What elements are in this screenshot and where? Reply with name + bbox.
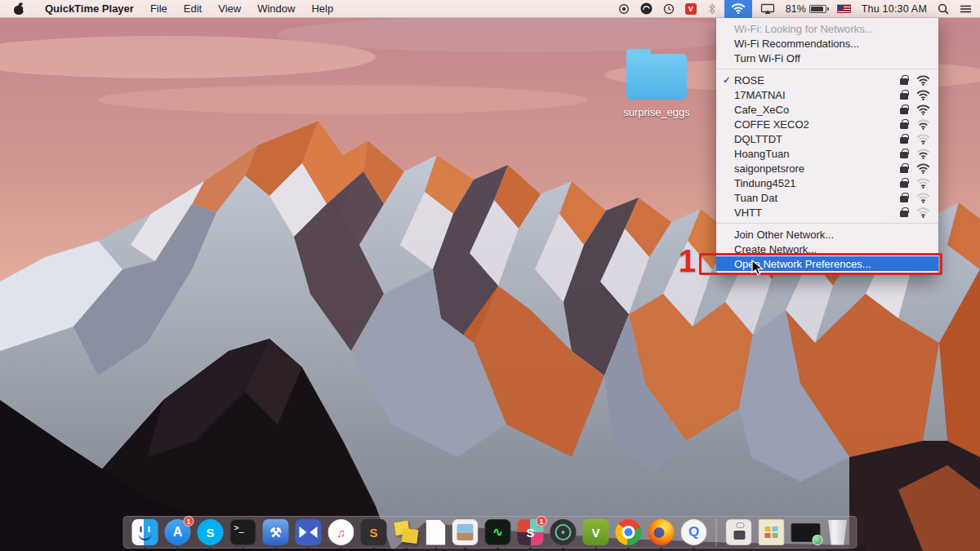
- record-icon[interactable]: [618, 3, 630, 15]
- network-name: DQLTTDT: [734, 133, 893, 145]
- wifi-network-hoangtuan[interactable]: HoangTuan: [716, 146, 938, 161]
- network-name: Cafe_XeCo: [734, 104, 893, 116]
- lock-icon: [900, 137, 908, 144]
- v-app-icon: V: [583, 519, 609, 545]
- mouse-cursor: [751, 260, 766, 280]
- wifi-icon[interactable]: [724, 0, 752, 18]
- menu-view[interactable]: View: [210, 2, 249, 15]
- menu-bar: QuickTime Player FileEditViewWindowHelp …: [0, 0, 980, 18]
- xcode-icon: ⚒: [263, 519, 289, 545]
- dock-skype[interactable]: S: [198, 519, 224, 545]
- lock-icon: [900, 181, 908, 188]
- network-name: VHTT: [734, 207, 893, 219]
- menu-bar-clock[interactable]: Thu 10:30 AM: [862, 3, 927, 15]
- dock-app-store[interactable]: A1: [165, 519, 191, 545]
- dock: A1S>_⚒♫S∿S1VQ: [123, 516, 858, 549]
- wifi-network-coffe-xeco2[interactable]: COFFE XECO2: [716, 117, 938, 131]
- running-indicator: [274, 548, 277, 550]
- checkmark-icon: ✓: [723, 74, 734, 86]
- dock-separator: [716, 518, 717, 546]
- wifi-menu-item-join-other[interactable]: Join Other Network...: [716, 227, 938, 242]
- running-indicator: [693, 548, 695, 550]
- network-name: ROSE: [734, 74, 893, 87]
- v-shield-icon[interactable]: V: [685, 3, 697, 15]
- wifi-signal-icon: [916, 149, 930, 159]
- us-flag-icon[interactable]: [837, 4, 851, 13]
- dock-activity-monitor[interactable]: ∿: [485, 519, 511, 545]
- dock-firefox[interactable]: [648, 519, 675, 545]
- wifi-network-cafe_xeco[interactable]: Cafe_XeCo: [716, 102, 938, 117]
- battery-icon: [809, 5, 826, 13]
- dock-visual-studio[interactable]: [296, 519, 322, 545]
- network-name: Tindung4521: [734, 177, 893, 189]
- battery-indicator[interactable]: 81%: [786, 3, 826, 15]
- wifi-network-vhtt[interactable]: VHTT: [716, 205, 938, 220]
- running-indicator: [372, 548, 375, 550]
- dock-archive-utility[interactable]: [726, 519, 752, 545]
- dock-text-document[interactable]: [426, 520, 446, 545]
- wifi-network-dqlttdt[interactable]: DQLTTDT: [716, 131, 938, 146]
- dock-chrome[interactable]: [616, 519, 642, 545]
- menu-edit[interactable]: Edit: [176, 2, 210, 15]
- running-indicator: [340, 548, 342, 550]
- creative-cloud-icon[interactable]: [640, 2, 653, 15]
- dock-quicktime-player[interactable]: Q: [681, 519, 707, 545]
- lock-icon: [900, 196, 908, 202]
- finder-icon: [132, 519, 158, 545]
- dock-terminal[interactable]: >_: [230, 519, 256, 545]
- atom-app-icon: [550, 519, 577, 545]
- wifi-menu-item-create-network[interactable]: Create Network...: [716, 242, 938, 256]
- spotlight-icon[interactable]: [938, 3, 949, 15]
- notification-center-icon[interactable]: [960, 4, 972, 14]
- network-name: COFFE XECO2: [734, 118, 893, 131]
- wifi-menu-item-turn-off[interactable]: Turn Wi-Fi Off: [716, 51, 938, 65]
- wifi-signal-icon: [916, 207, 930, 218]
- dock-minimized-window[interactable]: [791, 523, 821, 542]
- lock-icon: [900, 152, 908, 158]
- bluetooth-icon[interactable]: [707, 3, 716, 15]
- menu-help[interactable]: Help: [303, 2, 341, 15]
- menu-file[interactable]: File: [142, 2, 176, 15]
- wifi-network-saigonpetsrore[interactable]: saigonpetsrore: [716, 161, 938, 176]
- wifi-network-rose[interactable]: ✓ROSE: [716, 73, 938, 87]
- dock-atom-app[interactable]: [550, 519, 577, 545]
- tutorial-step-number: 1: [679, 244, 696, 279]
- skype-icon: S: [198, 519, 224, 545]
- wifi-menu-item-recommendations[interactable]: Wi-Fi Recommendations...: [716, 36, 938, 51]
- dock-itunes[interactable]: ♫: [328, 519, 354, 545]
- quicktime-player-icon: Q: [681, 519, 707, 545]
- wifi-signal-icon: [916, 119, 930, 130]
- dock-preview[interactable]: [452, 519, 479, 545]
- dock-finder[interactable]: [132, 519, 158, 545]
- dock-v-app[interactable]: V: [583, 519, 609, 545]
- menu-window[interactable]: Window: [249, 2, 303, 15]
- running-indicator: [405, 548, 408, 550]
- airplay-icon[interactable]: [760, 3, 775, 15]
- network-name: saigonpetsrore: [734, 162, 893, 175]
- preview-icon: [452, 519, 479, 545]
- wifi-network-17matnai[interactable]: 17MATNAI: [716, 87, 938, 102]
- wifi-network-tindung4521[interactable]: Tindung4521: [716, 176, 938, 190]
- running-indicator: [209, 548, 212, 550]
- archive-utility-icon: [726, 519, 752, 545]
- dock-documents-folder[interactable]: [759, 519, 785, 545]
- lock-icon: [900, 78, 908, 85]
- dock-xcode[interactable]: ⚒: [263, 519, 289, 545]
- running-indicator: [144, 548, 146, 550]
- time-machine-icon[interactable]: [663, 3, 675, 15]
- wifi-menu-item-open-prefs[interactable]: Open Network Preferences...: [716, 256, 938, 271]
- active-app-name[interactable]: QuickTime Player: [37, 2, 142, 15]
- apple-menu-icon[interactable]: [13, 2, 25, 16]
- desktop-folder-surprise-eggs[interactable]: surprise_eggs: [622, 47, 691, 118]
- running-indicator: [434, 548, 437, 550]
- notification-badge: 1: [537, 516, 547, 527]
- sublime-text-icon: S: [361, 519, 387, 545]
- network-name: Tuan Dat: [734, 192, 893, 204]
- wifi-network-tuan-dat[interactable]: Tuan Dat: [716, 190, 938, 205]
- wifi-dropdown-menu: Wi-Fi: Looking for Networks... Wi-Fi Rec…: [716, 18, 938, 275]
- dock-slack[interactable]: S1: [518, 519, 544, 545]
- dock-trash[interactable]: [827, 520, 849, 545]
- lock-icon: [900, 122, 908, 129]
- dock-sublime-text[interactable]: S: [361, 519, 387, 545]
- dock-stickies[interactable]: [394, 519, 420, 545]
